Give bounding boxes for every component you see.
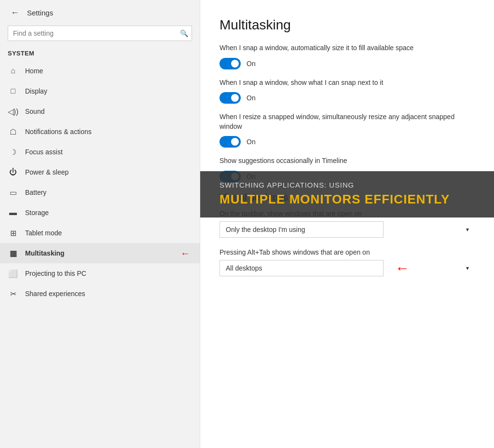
focus-assist-icon: ☽	[8, 147, 18, 157]
sidebar-item-battery[interactable]: ▭Battery	[0, 182, 200, 203]
projecting-icon: ⬜	[8, 268, 18, 279]
toggle-desc-3: Show suggestions occasionally in Timelin…	[220, 156, 475, 166]
sidebar-item-shared[interactable]: ✂Shared experiences	[0, 284, 200, 304]
search-icon: 🔍	[180, 29, 188, 37]
toggle-desc-1: When I snap a window, show what I can sn…	[220, 78, 475, 88]
system-section-label: System	[0, 48, 200, 61]
alttab-dropdown-wrap: All desktopsOnly the desktop I'm using ▾…	[220, 260, 475, 276]
sidebar-item-display[interactable]: □Display	[0, 81, 200, 101]
sidebar-item-label-multitasking: Multitasking	[25, 249, 65, 257]
taskbar-dropdown[interactable]: Only the desktop I'm usingAll desktops	[220, 221, 384, 238]
sidebar-item-sound[interactable]: ◁))Sound	[0, 101, 200, 122]
tablet-mode-icon: ⊞	[8, 228, 18, 238]
toggle-2[interactable]	[220, 136, 241, 148]
display-icon: □	[8, 86, 18, 96]
toggle-label-1: On	[247, 94, 256, 102]
battery-icon: ▭	[8, 187, 18, 198]
sidebar-item-label-battery: Battery	[25, 189, 46, 196]
overlay-title: MULTIPLE MONITORS EFFICIENTLY	[220, 192, 475, 207]
sidebar-item-notifications[interactable]: ☖Notifications & actions	[0, 122, 200, 142]
multitasking-icon: ▦	[8, 248, 18, 258]
alttab-dropdown[interactable]: All desktopsOnly the desktop I'm using	[220, 260, 384, 276]
sidebar-item-label-projecting: Projecting to this PC	[25, 270, 86, 277]
toggle-1[interactable]	[220, 92, 241, 104]
search-input[interactable]	[8, 26, 192, 41]
sidebar-item-label-storage: Storage	[25, 209, 49, 217]
sidebar-header: ← Settings	[0, 0, 200, 24]
overlay-banner: SWITCHING APPLICATIONS: USING MULTIPLE M…	[200, 171, 494, 217]
taskbar-dropdown-wrap: Only the desktop I'm usingAll desktops ▾	[220, 221, 475, 238]
toggle-desc-2: When I resize a snapped window, simultan…	[220, 112, 475, 131]
alttab-arrow-indicator: ←	[395, 260, 410, 276]
sidebar-item-label-sound: Sound	[25, 108, 44, 115]
multitasking-arrow-indicator: ←	[180, 248, 190, 259]
toggle-row-2: On	[220, 136, 475, 148]
sidebar-item-power-sleep[interactable]: ⏻Power & sleep	[0, 162, 200, 182]
sidebar-item-focus-assist[interactable]: ☽Focus assist	[0, 142, 200, 162]
sidebar-item-label-display: Display	[25, 87, 47, 95]
overlay-subtitle: SWITCHING APPLICATIONS: USING	[220, 181, 475, 189]
toggle-list: When I snap a window, automatically size…	[220, 43, 475, 182]
settings-title: Settings	[27, 9, 53, 17]
search-container: 🔍	[8, 26, 192, 41]
page-title: Multitasking	[220, 17, 475, 33]
sidebar-item-label-tablet-mode: Tablet mode	[25, 229, 62, 237]
sidebar-item-label-home: Home	[25, 67, 43, 75]
home-icon: ⌂	[8, 66, 18, 76]
sidebar-item-label-focus-assist: Focus assist	[25, 148, 63, 156]
toggle-row-0: On	[220, 58, 475, 69]
power-sleep-icon: ⏻	[8, 167, 18, 177]
sound-icon: ◁))	[8, 106, 18, 117]
toggle-label-0: On	[247, 60, 256, 68]
nav-list: ⌂Home□Display◁))Sound☖Notifications & ac…	[0, 61, 200, 304]
storage-icon: ▬	[8, 207, 18, 218]
sidebar-item-label-power-sleep: Power & sleep	[25, 168, 69, 176]
main-content: Multitasking When I snap a window, autom…	[200, 0, 494, 448]
sidebar-item-multitasking[interactable]: ▦Multitasking←	[0, 243, 200, 263]
toggle-label-2: On	[247, 138, 256, 146]
sidebar-item-home[interactable]: ⌂Home	[0, 61, 200, 81]
sidebar-item-storage[interactable]: ▬Storage	[0, 203, 200, 223]
sidebar-item-label-notifications: Notifications & actions	[25, 128, 92, 136]
toggle-desc-0: When I snap a window, automatically size…	[220, 43, 475, 53]
sidebar-item-label-shared: Shared experiences	[25, 290, 85, 298]
notifications-icon: ☖	[8, 126, 18, 137]
alttab-chevron-icon: ▾	[466, 265, 469, 272]
taskbar-chevron-icon: ▾	[466, 226, 469, 233]
toggle-row-1: On	[220, 92, 475, 104]
sidebar-item-projecting[interactable]: ⬜Projecting to this PC	[0, 263, 200, 284]
toggle-0[interactable]	[220, 58, 241, 69]
sidebar: ← Settings 🔍 System ⌂Home□Display◁))Soun…	[0, 0, 200, 448]
sidebar-item-tablet-mode[interactable]: ⊞Tablet mode	[0, 223, 200, 243]
alttab-dropdown-label: Pressing Alt+Tab shows windows that are …	[220, 248, 475, 256]
back-button[interactable]: ←	[8, 7, 22, 19]
shared-icon: ✂	[8, 288, 18, 299]
